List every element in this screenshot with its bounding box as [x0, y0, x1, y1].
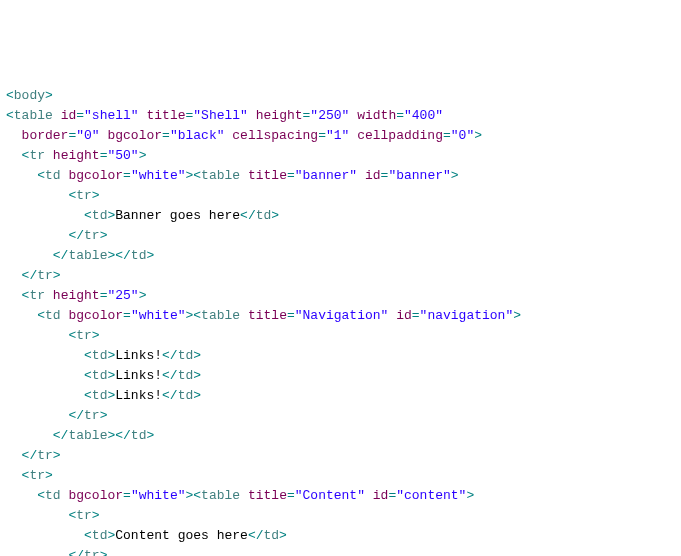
- token-tag: >: [45, 468, 53, 483]
- token-tag: </: [53, 428, 69, 443]
- token-tag: >: [474, 128, 482, 143]
- token-elem: tr: [29, 288, 45, 303]
- token-val: "25": [107, 288, 138, 303]
- token-val: "0": [451, 128, 474, 143]
- token-elem: tr: [84, 548, 100, 556]
- token-tag: >: [92, 328, 100, 343]
- token-tag: ><: [185, 308, 201, 323]
- token-val: "white": [131, 488, 186, 503]
- token-val: "banner": [295, 168, 357, 183]
- token-elem: table: [68, 428, 107, 443]
- token-tag: =: [123, 488, 131, 503]
- token-elem: td: [45, 308, 61, 323]
- token-elem: td: [131, 248, 147, 263]
- token-val: "Shell": [193, 108, 248, 123]
- code-line: </tr>: [6, 546, 675, 556]
- token-attr: height: [53, 148, 100, 163]
- token-tag: =: [318, 128, 326, 143]
- token-val: "navigation": [420, 308, 514, 323]
- token-elem: tr: [29, 468, 45, 483]
- token-elem: td: [92, 388, 108, 403]
- token-tag: =: [123, 168, 131, 183]
- token-tag: >: [45, 88, 53, 103]
- token-tag: <: [84, 208, 92, 223]
- token-tag: <: [37, 168, 45, 183]
- token-attr: height: [256, 108, 303, 123]
- code-line: border="0" bgcolor="black" cellspacing="…: [6, 126, 675, 146]
- token-tag: <: [37, 308, 45, 323]
- token-attr: id: [373, 488, 389, 503]
- token-val: "white": [131, 308, 186, 323]
- token-tag: </: [22, 448, 38, 463]
- token-tag: ></: [107, 248, 130, 263]
- token-elem: td: [92, 528, 108, 543]
- token-tag: =: [287, 488, 295, 503]
- code-snippet: <body><table id="shell" title="Shell" he…: [6, 86, 675, 556]
- token-elem: table: [201, 308, 240, 323]
- token-text: [357, 168, 365, 183]
- token-tag: >: [146, 428, 154, 443]
- token-tag: </: [248, 528, 264, 543]
- token-tag: =: [396, 108, 404, 123]
- code-line: <td>Banner goes here</td>: [6, 206, 675, 226]
- token-elem: tr: [37, 448, 53, 463]
- code-line: <tr>: [6, 326, 675, 346]
- token-attr: bgcolor: [68, 488, 123, 503]
- code-line: </table></td>: [6, 426, 675, 446]
- token-tag: ><: [185, 488, 201, 503]
- token-attr: id: [396, 308, 412, 323]
- token-val: "banner": [388, 168, 450, 183]
- token-tag: </: [162, 388, 178, 403]
- token-tag: >: [100, 548, 108, 556]
- token-tag: </: [162, 348, 178, 363]
- token-elem: table: [201, 168, 240, 183]
- token-elem: tr: [76, 508, 92, 523]
- token-tag: </: [68, 408, 84, 423]
- token-attr: id: [61, 108, 77, 123]
- token-attr: border: [22, 128, 69, 143]
- token-tag: >: [146, 248, 154, 263]
- token-text: Content goes here: [115, 528, 248, 543]
- token-tag: </: [162, 368, 178, 383]
- token-tag: <: [84, 388, 92, 403]
- token-elem: td: [263, 528, 279, 543]
- token-elem: td: [178, 368, 194, 383]
- token-tag: >: [92, 188, 100, 203]
- code-line: <td bgcolor="white"><table title="Naviga…: [6, 306, 675, 326]
- token-tag: =: [123, 308, 131, 323]
- token-tag: >: [193, 388, 201, 403]
- token-text: [240, 168, 248, 183]
- token-attr: height: [53, 288, 100, 303]
- code-line: <td bgcolor="white"><table title="Conten…: [6, 486, 675, 506]
- token-text: [248, 108, 256, 123]
- code-line: <tr>: [6, 466, 675, 486]
- token-tag: =: [76, 108, 84, 123]
- token-tag: >: [271, 208, 279, 223]
- code-line: </tr>: [6, 406, 675, 426]
- token-attr: title: [248, 308, 287, 323]
- token-text: [349, 128, 357, 143]
- token-tag: <: [84, 368, 92, 383]
- token-val: "50": [107, 148, 138, 163]
- token-val: "400": [404, 108, 443, 123]
- token-text: Links!: [115, 388, 162, 403]
- token-elem: td: [92, 368, 108, 383]
- token-elem: tr: [76, 328, 92, 343]
- token-elem: table: [201, 488, 240, 503]
- token-text: Banner goes here: [115, 208, 240, 223]
- token-val: "0": [76, 128, 99, 143]
- token-tag: >: [139, 288, 147, 303]
- token-elem: table: [68, 248, 107, 263]
- token-tag: >: [100, 228, 108, 243]
- token-tag: =: [287, 168, 295, 183]
- token-tag: >: [466, 488, 474, 503]
- token-tag: <: [6, 88, 14, 103]
- token-attr: title: [146, 108, 185, 123]
- token-tag: ><: [185, 168, 201, 183]
- token-val: "Content": [295, 488, 365, 503]
- token-tag: >: [53, 448, 61, 463]
- token-tag: >: [193, 348, 201, 363]
- code-line: <table id="shell" title="Shell" height="…: [6, 106, 675, 126]
- token-attr: cellpadding: [357, 128, 443, 143]
- token-tag: >: [193, 368, 201, 383]
